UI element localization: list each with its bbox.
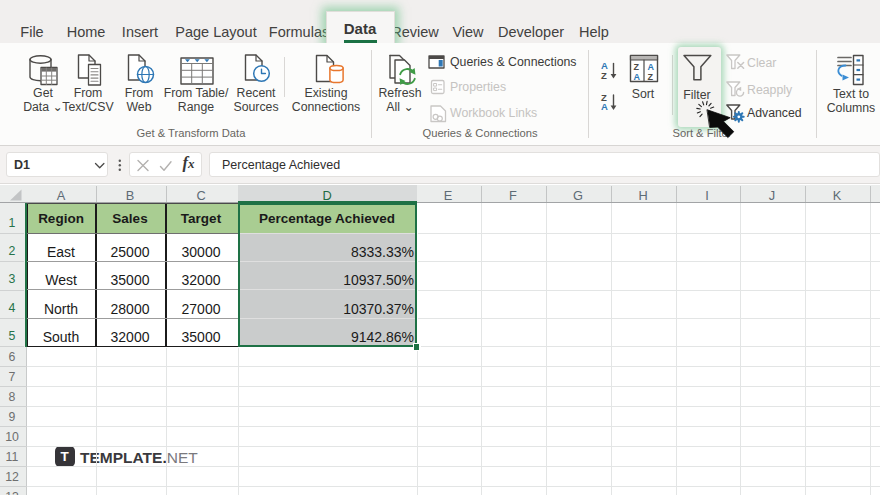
- svg-text:Z: Z: [601, 70, 607, 81]
- svg-text:A: A: [634, 72, 641, 82]
- svg-text:Z: Z: [634, 62, 640, 72]
- svg-text:A: A: [601, 101, 608, 112]
- svg-text:Z: Z: [648, 72, 654, 82]
- svg-text:A: A: [648, 62, 655, 72]
